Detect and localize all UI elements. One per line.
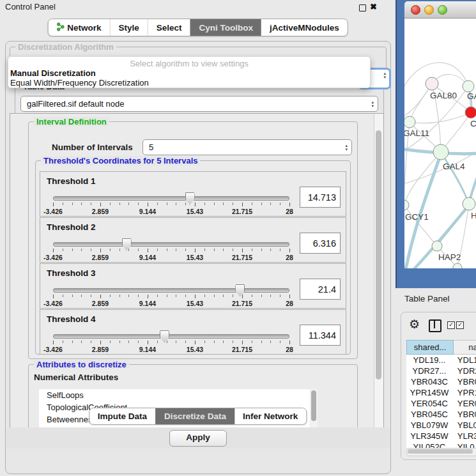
settings-scrollbar[interactable] (374, 114, 383, 428)
tab-label: Network (67, 23, 101, 33)
slider-tick-label: 9.144 (139, 254, 156, 261)
cell-name[interactable]: YIL0 (452, 441, 476, 448)
checkbox-icon[interactable]: ✓ (447, 321, 455, 329)
network-window-titlebar[interactable] (404, 1, 476, 19)
slider-thumb[interactable] (185, 192, 195, 204)
close-traffic-light-icon[interactable] (411, 5, 420, 15)
slider-tick (233, 341, 233, 343)
apply-row: Apply (6, 427, 390, 449)
table-data-combobox[interactable]: galFiltered.sif default node ▴▾ (20, 96, 378, 112)
cell-shared-name[interactable]: YLR345W (406, 431, 452, 441)
threshold-slider[interactable]: -3.4262.8599.14415.4321.71528 (53, 286, 289, 307)
cell-shared-name[interactable]: YDR27... (406, 365, 452, 376)
cell-name[interactable]: YDR2 (452, 365, 476, 376)
threshold-slider[interactable]: -3.4262.8599.14415.4321.71528 (53, 332, 289, 353)
cell-shared-name[interactable]: YDL19... (406, 355, 452, 365)
zoom-traffic-light-icon[interactable] (438, 5, 447, 15)
network-node[interactable] (432, 241, 442, 251)
threshold-slider[interactable]: -3.4262.8599.14415.4321.71528 (53, 194, 289, 215)
network-node[interactable] (426, 77, 438, 90)
cell-shared-name[interactable]: YPR145W (406, 387, 452, 398)
dropdown-option-equal-width[interactable]: Equal Width/Frequency Discretization (8, 78, 370, 88)
cell-name[interactable]: YBR0 (452, 409, 476, 420)
network-node[interactable] (465, 107, 476, 118)
cell-shared-name[interactable]: YBR045C (406, 409, 452, 420)
dropdown-option-manual[interactable]: Manual Discretization (8, 68, 370, 78)
threshold-value-field[interactable] (300, 325, 341, 346)
slider-tick (100, 341, 101, 344)
scrollbar-thumb[interactable] (311, 390, 316, 421)
slider-tick (157, 203, 158, 205)
table-row[interactable]: YIL052CYIL0 (406, 441, 476, 448)
network-node[interactable] (463, 197, 475, 210)
attributes-list-scrollbar[interactable] (311, 389, 318, 429)
cell-name[interactable]: YPR1 (452, 387, 476, 398)
slider-track[interactable] (53, 334, 289, 339)
table-row[interactable]: YBR045CYBR0 (406, 409, 476, 420)
tab-style[interactable]: Style (109, 19, 147, 36)
column-header-shared[interactable]: shared... (406, 340, 454, 355)
threshold-slider[interactable]: -3.4262.8599.14415.4321.71528 (53, 240, 289, 261)
tab-network[interactable]: Network (48, 19, 109, 36)
table-hscrollbar[interactable] (406, 448, 476, 456)
cell-shared-name[interactable]: YER054C (406, 398, 452, 409)
slider-tick (91, 295, 91, 297)
slider-track[interactable] (53, 242, 289, 247)
combobox-spinner-icon[interactable]: ▴▾ (371, 96, 374, 111)
tab-select[interactable]: Select (148, 19, 190, 36)
tab-impute-data[interactable]: Impute Data (89, 408, 155, 424)
column-header-name[interactable]: na (454, 340, 476, 355)
float-icon[interactable] (359, 4, 366, 12)
cell-name[interactable]: YBL0 (452, 420, 476, 431)
cell-shared-name[interactable]: YIL052C (406, 441, 452, 448)
table-row[interactable]: YDL19...YDL1 (406, 355, 476, 365)
table-row[interactable]: YDR27...YDR2 (406, 365, 476, 376)
cell-shared-name[interactable]: YBR043C (406, 376, 452, 387)
table-row[interactable]: YBR043CYBR0 (406, 376, 476, 387)
table-row[interactable]: YPR145WYPR1 (406, 387, 476, 398)
apply-button[interactable]: Apply (169, 430, 227, 447)
slider-track[interactable] (53, 196, 289, 201)
network-node[interactable] (433, 144, 449, 160)
network-view-window[interactable]: GAL80GACGAL11GAL4GCY1HHAP2 (395, 0, 476, 288)
minimize-traffic-light-icon[interactable] (424, 5, 434, 15)
tab-infer-network[interactable]: Infer Network (234, 408, 306, 424)
network-node[interactable] (463, 81, 474, 92)
tab-discretize-data[interactable]: Discretize Data (155, 408, 234, 424)
network-node[interactable] (404, 200, 409, 210)
threshold-value-field[interactable] (300, 187, 341, 208)
cell-shared-name[interactable]: YBL079W (406, 420, 452, 431)
table-row[interactable]: YER054CYER0 (406, 398, 476, 409)
combobox-spinner-icon[interactable]: ▴▾ (345, 140, 348, 155)
checkbox-icon[interactable]: ✓ (456, 321, 464, 329)
scrollbar-thumb[interactable] (408, 449, 473, 454)
combobox-spinner-icon[interactable]: ▴▾ (383, 72, 386, 79)
tab-label: Cyni Toolbox (199, 23, 254, 33)
slider-tick-label: 15.43 (187, 300, 203, 307)
cell-name[interactable]: YBR0 (452, 376, 476, 387)
tab-cyni-toolbox[interactable]: Cyni Toolbox (190, 19, 262, 36)
num-intervals-combobox[interactable]: 5 ▴▾ (142, 139, 352, 155)
table-row[interactable]: YLR345WYLR3 (406, 431, 476, 441)
close-icon[interactable]: ✖ (370, 1, 377, 13)
table-row[interactable]: YBL079WYBL0 (406, 420, 476, 431)
network-canvas[interactable]: GAL80GACGAL11GAL4GCY1HHAP2 (404, 19, 476, 268)
network-node[interactable] (404, 116, 415, 128)
slider-tick-label: -3.426 (43, 300, 63, 307)
slider-track[interactable] (53, 288, 289, 293)
slider-thumb[interactable] (235, 284, 245, 296)
split-columns-icon[interactable] (429, 319, 441, 332)
gear-icon[interactable]: ⚙ (409, 316, 420, 333)
slider-thumb[interactable] (122, 238, 132, 250)
tab-label: Impute Data (98, 411, 147, 421)
threshold-value-field[interactable] (300, 233, 341, 254)
scrollbar-thumb[interactable] (376, 130, 381, 380)
cell-name[interactable]: YLR3 (452, 431, 476, 441)
slider-thumb[interactable] (160, 330, 169, 342)
cell-name[interactable]: YDL1 (452, 355, 476, 365)
threshold-value-field[interactable] (300, 279, 341, 300)
list-item[interactable]: SelfLoops (39, 389, 310, 401)
slider-tick (214, 295, 215, 297)
cell-name[interactable]: YER0 (452, 398, 476, 409)
tab-jactivemnodules[interactable]: jActiveMNodules (261, 19, 348, 36)
